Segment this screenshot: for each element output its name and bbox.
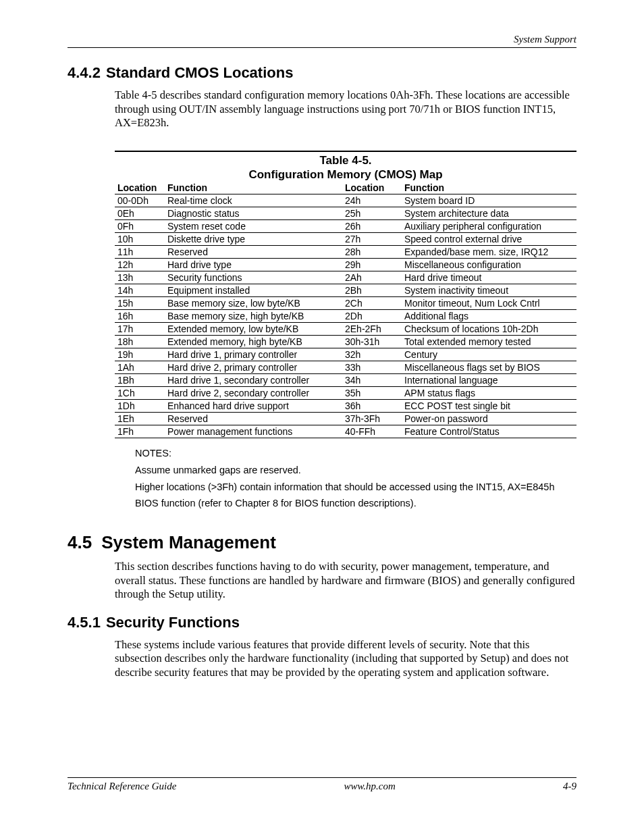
table-4-5: Table 4-5. Configuration Memory (CMOS) M… — [115, 151, 576, 439]
table-row: 11hReserved28hExpanded/base mem. size, I… — [115, 246, 576, 259]
cell-location: 2Dh — [342, 310, 402, 323]
cell-location: 12h — [115, 259, 165, 271]
cell-location: 14h — [115, 284, 165, 297]
cell-location: 1Ah — [115, 361, 165, 374]
cell-location: 32h — [342, 348, 402, 361]
cell-function: Expanded/base mem. size, IRQ12 — [402, 246, 576, 259]
cell-function: System board ID — [402, 194, 576, 207]
cell-location: 1Fh — [115, 425, 165, 438]
table-row: 1BhHard drive 1, secondary controller34h… — [115, 374, 576, 387]
cell-location: 2Ah — [342, 271, 402, 284]
cell-function: System reset code — [165, 220, 342, 233]
cell-location: 1Eh — [115, 413, 165, 425]
th-function-1: Function — [165, 182, 342, 194]
cell-function: ECC POST test single bit — [402, 400, 576, 413]
cell-location: 36h — [342, 400, 402, 413]
cell-location: 10h — [115, 233, 165, 246]
heading-4-5: 4.5System Management — [68, 532, 576, 553]
cell-function: Additional flags — [402, 310, 576, 323]
table-row: 0EhDiagnostic status25hSystem architectu… — [115, 207, 576, 220]
cell-location: 0Fh — [115, 220, 165, 233]
heading-title: System Management — [101, 532, 276, 552]
cell-function: Enhanced hard drive support — [165, 400, 342, 413]
cell-location: 17h — [115, 323, 165, 336]
cell-function: Hard drive timeout — [402, 271, 576, 284]
cell-function: Real-time clock — [165, 194, 342, 207]
table-caption-line2: Configuration Memory (CMOS) Map — [248, 168, 442, 181]
table-notes: NOTES: Assume unmarked gaps are reserved… — [135, 445, 576, 512]
cell-function: System inactivity timeout — [402, 284, 576, 297]
cell-function: Base memory size, low byte/KB — [165, 297, 342, 310]
running-header: System Support — [68, 34, 576, 48]
cell-function: Reserved — [165, 246, 342, 259]
cell-function: Miscellaneous flags set by BIOS — [402, 361, 576, 374]
cell-location: 13h — [115, 271, 165, 284]
table-row: 17hExtended memory, low byte/KB2Eh-2FhCh… — [115, 323, 576, 336]
cell-function: Hard drive 2, primary controller — [165, 361, 342, 374]
heading-title: Security Functions — [106, 614, 240, 631]
heading-title: Standard CMOS Locations — [106, 64, 293, 81]
cell-location: 00-0Dh — [115, 194, 165, 207]
cell-function: System architecture data — [402, 207, 576, 220]
cell-function: Reserved — [165, 413, 342, 425]
cell-location: 2Ch — [342, 297, 402, 310]
cell-function: Feature Control/Status — [402, 425, 576, 438]
cell-location: 35h — [342, 387, 402, 400]
table-row: 1EhReserved37h-3FhPower-on password — [115, 413, 576, 425]
cell-location: 28h — [342, 246, 402, 259]
notes-line1: Assume unmarked gaps are reserved. — [135, 462, 576, 479]
cell-function: Power-on password — [402, 413, 576, 425]
notes-line2: Higher locations (>3Fh) contain informat… — [135, 479, 576, 496]
cell-function: International language — [402, 374, 576, 387]
th-location-2: Location — [342, 182, 402, 194]
cell-location: 29h — [342, 259, 402, 271]
footer-right: 4-9 — [563, 781, 576, 792]
cell-function: Hard drive 1, primary controller — [165, 348, 342, 361]
cell-function: Auxiliary peripheral configuration — [402, 220, 576, 233]
heading-4-4-2: 4.4.2Standard CMOS Locations — [68, 64, 576, 82]
cell-location: 18h — [115, 336, 165, 348]
footer-center: www.hp.com — [344, 781, 395, 792]
cell-function: Checksum of locations 10h-2Dh — [402, 323, 576, 336]
table-row: 13hSecurity functions2AhHard drive timeo… — [115, 271, 576, 284]
heading-number: 4.5 — [68, 532, 92, 552]
notes-line3: BIOS function (refer to Chapter 8 for BI… — [135, 495, 576, 512]
table-row: 1DhEnhanced hard drive support36hECC POS… — [115, 400, 576, 413]
cell-location: 19h — [115, 348, 165, 361]
th-location-1: Location — [115, 182, 165, 194]
cell-location: 30h-31h — [342, 336, 402, 348]
cmos-table: Location Function Location Function 00-0… — [115, 182, 576, 438]
paragraph-4-5-1: These systems include various features t… — [115, 638, 576, 680]
table-row: 19hHard drive 1, primary controller32hCe… — [115, 348, 576, 361]
cell-function: Total extended memory tested — [402, 336, 576, 348]
paragraph-4-4-2: Table 4-5 describes standard configurati… — [115, 88, 576, 130]
table-row: 14hEquipment installed2BhSystem inactivi… — [115, 284, 576, 297]
table-row: 1AhHard drive 2, primary controller33hMi… — [115, 361, 576, 374]
heading-number: 4.5.1 — [68, 614, 101, 631]
cell-function: APM status flags — [402, 387, 576, 400]
cell-function: Base memory size, high byte/KB — [165, 310, 342, 323]
heading-number: 4.4.2 — [68, 64, 101, 81]
footer-left: Technical Reference Guide — [68, 781, 176, 792]
cell-function: Hard drive 2, secondary controller — [165, 387, 342, 400]
table-row: 00-0DhReal-time clock24hSystem board ID — [115, 194, 576, 207]
cell-location: 25h — [342, 207, 402, 220]
cell-function: Extended memory, low byte/KB — [165, 323, 342, 336]
table-row: 18hExtended memory, high byte/KB30h-31hT… — [115, 336, 576, 348]
cell-location: 11h — [115, 246, 165, 259]
cell-location: 16h — [115, 310, 165, 323]
cell-location: 27h — [342, 233, 402, 246]
cell-function: Extended memory, high byte/KB — [165, 336, 342, 348]
cell-location: 33h — [342, 361, 402, 374]
table-row: 15hBase memory size, low byte/KB2ChMonit… — [115, 297, 576, 310]
cell-location: 37h-3Fh — [342, 413, 402, 425]
cell-function: Security functions — [165, 271, 342, 284]
cell-location: 1Ch — [115, 387, 165, 400]
table-caption-line1: Table 4-5. — [319, 154, 371, 167]
cell-function: Miscellaneous configuration — [402, 259, 576, 271]
cell-function: Equipment installed — [165, 284, 342, 297]
cell-function: Monitor timeout, Num Lock Cntrl — [402, 297, 576, 310]
table-row: 12hHard drive type29hMiscellaneous confi… — [115, 259, 576, 271]
cell-location: 1Bh — [115, 374, 165, 387]
cell-function: Hard drive 1, secondary controller — [165, 374, 342, 387]
